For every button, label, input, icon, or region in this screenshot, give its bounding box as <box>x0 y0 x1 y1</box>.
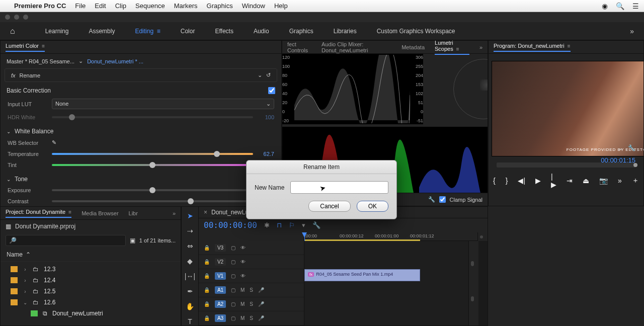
tabs-overflow-icon[interactable]: » <box>173 210 176 216</box>
solo-button[interactable]: S <box>250 287 253 293</box>
basic-correction-toggle[interactable] <box>268 87 275 94</box>
disclose-icon[interactable]: › <box>23 267 28 272</box>
ws-assembly[interactable]: Assembly <box>89 28 115 35</box>
chevron-down-icon[interactable]: ⌄ <box>78 58 83 64</box>
tab-libraries[interactable]: Libr <box>129 210 138 216</box>
panel-menu-icon[interactable]: ≡ <box>42 43 45 49</box>
eye-icon[interactable]: 👁 <box>240 259 246 265</box>
lock-icon[interactable]: 🔒 <box>204 273 210 279</box>
play-icon[interactable]: ▶ <box>535 177 541 185</box>
tab-lumetri-color[interactable]: Lumetri Color ≡ <box>6 43 45 52</box>
sort-icon[interactable]: ⌃ <box>26 251 31 258</box>
disclose-icon[interactable]: ⌄ <box>23 300 28 305</box>
track-tag[interactable]: V1 <box>215 272 226 280</box>
video-clip[interactable]: fxR04_05 Sesame Seed Pan Mix 1.mp4 <box>304 269 420 281</box>
panel-menu-icon[interactable]: ≡ <box>568 43 571 49</box>
mute-button[interactable]: M <box>240 315 245 321</box>
ws-color[interactable]: Color <box>181 28 195 35</box>
menu-edit[interactable]: Edit <box>95 2 106 10</box>
new-name-input[interactable] <box>290 181 388 194</box>
sequence-row[interactable]: ⧉Donut_newLumetri <box>1 308 181 319</box>
disclose-icon[interactable]: › <box>23 289 28 294</box>
mark-in-icon[interactable]: { <box>493 177 496 185</box>
sync-lock-icon[interactable]: ▢ <box>231 259 235 265</box>
white-balance-header[interactable]: White Balance <box>15 128 53 135</box>
panel-menu-icon[interactable]: ≡ <box>68 209 71 215</box>
menu-markers[interactable]: Markers <box>174 2 198 10</box>
hand-tool-icon[interactable]: ✋ <box>186 302 194 310</box>
track-header-a2[interactable]: 🔒A2▢MS🎤 <box>199 297 304 311</box>
voice-over-icon[interactable]: 🎤 <box>258 301 264 307</box>
track-header-a3[interactable]: 🔒A3▢MS🎤 <box>199 311 304 325</box>
menu-graphics[interactable]: Graphics <box>207 2 233 10</box>
voice-over-icon[interactable]: 🎤 <box>258 287 264 293</box>
reset-icon[interactable]: ↺ <box>266 72 271 78</box>
eyedropper-icon[interactable]: ✎ <box>52 139 56 146</box>
track-header-v2[interactable]: 🔒V2▢👁 <box>199 255 304 269</box>
lock-icon[interactable]: 🔒 <box>204 315 210 321</box>
bin-icon[interactable]: ▣ <box>130 237 135 244</box>
pen-tool-icon[interactable]: ✒ <box>187 287 193 295</box>
input-lut-select[interactable]: None⌄ <box>52 99 274 109</box>
voice-over-icon[interactable]: 🎤 <box>258 315 264 321</box>
panel-menu-icon[interactable]: ≡ <box>456 46 459 52</box>
eye-icon[interactable]: 👁 <box>240 245 246 251</box>
step-fwd-icon[interactable]: |▶ <box>551 173 556 189</box>
bin-row[interactable]: ›🗀12.3 <box>1 264 181 275</box>
minimize-window-icon[interactable] <box>14 15 19 20</box>
menu-clip[interactable]: Clip <box>115 2 126 10</box>
temperature-slider[interactable] <box>52 153 253 155</box>
tab-metadata[interactable]: Metadata <box>401 44 425 50</box>
chevron-down-icon[interactable]: ⌄ <box>258 72 262 78</box>
close-tab-icon[interactable]: × <box>204 209 207 216</box>
program-viewer[interactable]: Footage Provided By EDITSTOCK <box>492 61 644 156</box>
ws-custom[interactable]: Custom Graphics Workspace <box>377 28 455 35</box>
tab-audio-clip-mixer[interactable]: Audio Clip Mixer: Donut_newLumetri <box>321 41 391 53</box>
program-scrubber[interactable] <box>497 162 635 168</box>
tint-slider[interactable] <box>52 164 253 166</box>
lift-icon[interactable]: ⇥ <box>567 177 573 185</box>
lock-icon[interactable]: 🔒 <box>204 259 210 265</box>
mute-button[interactable]: M <box>240 287 245 293</box>
sync-lock-icon[interactable]: ▢ <box>231 245 235 251</box>
ripple-edit-tool-icon[interactable]: ⇔ <box>187 242 193 250</box>
track-tag[interactable]: A2 <box>215 300 226 308</box>
basic-correction-header[interactable]: Basic Correction <box>7 87 51 94</box>
lumetri-master-source[interactable]: Master * R04_05 Sesame... <box>7 58 74 64</box>
close-window-icon[interactable] <box>5 15 10 20</box>
lock-icon[interactable]: 🔒 <box>204 301 210 307</box>
selection-tool-icon[interactable]: ➤ <box>187 212 193 220</box>
tab-program[interactable]: Program: Donut_newLumetri ≡ <box>494 43 571 52</box>
collapse-icon[interactable]: ⌄ <box>7 177 11 182</box>
linked-selection-icon[interactable]: ⊓ <box>277 221 282 229</box>
track-tag[interactable]: V3 <box>215 244 226 252</box>
collapse-icon[interactable]: ⌄ <box>7 129 11 134</box>
timeline-timecode[interactable]: 00:00:00:00 <box>204 220 257 230</box>
timeline-track-area[interactable]: fxR04_05 Sesame Seed Pan Mix 1.mp4 <box>304 241 468 325</box>
column-header-name[interactable]: Name ⌃ <box>1 248 181 262</box>
tab-lumetri-scopes[interactable]: Lumetri Scopes ≡ <box>435 40 469 55</box>
add-icon[interactable]: ＋ <box>632 176 639 185</box>
tabs-overflow-icon[interactable]: » <box>479 44 482 50</box>
scrollbar-thumb[interactable] <box>471 296 474 301</box>
settings-wrench-icon[interactable]: 🔧 <box>628 144 635 151</box>
solo-button[interactable]: S <box>250 315 253 321</box>
clamp-signal-checkbox[interactable] <box>439 196 446 203</box>
type-tool-icon[interactable]: T <box>188 317 192 325</box>
sync-lock-icon[interactable]: ▢ <box>231 301 235 307</box>
lock-icon[interactable]: 🔒 <box>204 245 210 251</box>
mute-button[interactable]: M <box>240 301 245 307</box>
ok-button[interactable]: OK <box>357 201 388 212</box>
creative-cloud-icon[interactable]: ◉ <box>602 2 608 10</box>
ws-editing[interactable]: Editing ≡ <box>135 28 160 35</box>
bin-row[interactable]: ⌄🗀12.6 <box>1 297 181 308</box>
ws-learning[interactable]: Learning <box>45 28 69 35</box>
sync-lock-icon[interactable]: ▢ <box>231 287 235 293</box>
temperature-value[interactable]: 62.7 <box>257 151 274 157</box>
mark-out-icon[interactable]: } <box>506 177 508 185</box>
export-frame-icon[interactable]: 📷 <box>599 177 608 185</box>
lumetri-sequence-link[interactable]: Donut_newLumetri * ... <box>87 58 143 64</box>
ws-graphics[interactable]: Graphics <box>289 28 313 35</box>
wrench-icon[interactable]: 🔧 <box>428 196 435 203</box>
lumetri-effect-row[interactable]: fx Rename ⌄ ↺ <box>5 68 277 82</box>
